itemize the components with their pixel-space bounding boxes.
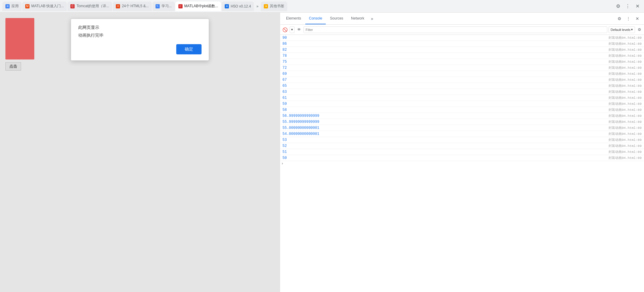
- console-log-value: 72: [282, 66, 287, 70]
- console-log-source[interactable]: 封装动画04.html:89: [609, 90, 642, 94]
- console-log-value: 90: [282, 36, 287, 40]
- devtools-tab-sources[interactable]: Sources: [326, 13, 347, 24]
- devtools-tab-elements[interactable]: Elements: [282, 13, 305, 24]
- console-log-value: 55.99999999999999: [282, 120, 319, 124]
- browser-tab-tomcat[interactable]: CTomcat的使用（详...: [67, 2, 112, 11]
- tab-more-button[interactable]: »: [254, 4, 260, 8]
- console-log-row[interactable]: 78封装动画04.html:89: [280, 53, 644, 59]
- tab-label-matlab2: MATLAB中plot函数...: [184, 4, 218, 9]
- browser-tab-matlab2[interactable]: CMATLAB中plot函数...: [175, 2, 221, 11]
- console-log-row[interactable]: 67封装动画04.html:89: [280, 77, 644, 83]
- console-log-source[interactable]: 封装动画04.html:89: [609, 96, 642, 100]
- tab-label-tomcat: Tomcat的使用（详...: [76, 4, 109, 9]
- browser-viewport: 点击 此网页显示 动画执行完毕 确定: [0, 13, 280, 292]
- console-settings-button[interactable]: ⚙: [636, 26, 643, 33]
- console-levels-arrow: ▾: [631, 28, 633, 32]
- console-log-source[interactable]: 封装动画04.html:89: [609, 65, 642, 70]
- console-log-row[interactable]: 90封装动画04.html:89: [280, 35, 644, 41]
- alert-message: 动画执行完毕: [78, 33, 202, 38]
- console-log-row[interactable]: 55.99999999999999封装动画04.html:89: [280, 119, 644, 125]
- console-log-row[interactable]: 86封装动画04.html:89: [280, 41, 644, 47]
- tab-favicon-bookmark: ★: [264, 4, 268, 8]
- console-log-source[interactable]: 封装动画04.html:89: [609, 120, 642, 124]
- console-filter-input[interactable]: [304, 26, 607, 33]
- alert-ok-button[interactable]: 确定: [176, 44, 202, 54]
- console-log-source[interactable]: 封装动画04.html:89: [609, 59, 642, 64]
- console-log-source[interactable]: 封装动画04.html:89: [609, 126, 642, 130]
- console-log-source[interactable]: 封装动画04.html:89: [609, 108, 642, 112]
- console-context-dropdown[interactable]: ▾: [290, 26, 294, 33]
- browser-tab-matlab1[interactable]: MMATLAB 快速入门...: [22, 2, 67, 11]
- console-log-value: 56.99999999999999: [282, 114, 319, 118]
- console-log-source[interactable]: 封装动画04.html:89: [609, 102, 642, 106]
- console-log-value: 50: [282, 156, 287, 160]
- console-log-source[interactable]: 封装动画04.html:89: [609, 78, 642, 82]
- console-log-source[interactable]: 封装动画04.html:89: [609, 114, 642, 118]
- browser-tab-html5[interactable]: ✦24个 HTML5 &...: [113, 2, 152, 11]
- console-log-source[interactable]: 封装动画04.html:89: [609, 84, 642, 88]
- console-log-source[interactable]: 封装动画04.html:89: [609, 35, 642, 40]
- tab-favicon-matlab2: C: [178, 4, 183, 8]
- console-log-source[interactable]: 封装动画04.html:89: [609, 150, 642, 154]
- tab-label-html5: 24个 HTML5 &...: [122, 4, 149, 9]
- tab-label-matlab1: MATLAB 快速入门...: [31, 4, 64, 9]
- console-log-row[interactable]: 50封装动画04.html:89: [280, 155, 644, 161]
- alert-actions: 确定: [78, 44, 202, 54]
- console-log-row[interactable]: 54.00000000000001封装动画04.html:89: [280, 131, 644, 137]
- console-log-row[interactable]: 56.99999999999999封装动画04.html:89: [280, 113, 644, 119]
- console-toolbar: 🚫 ▾ 👁 Default levels ▾ ⚙: [280, 25, 644, 35]
- console-log-source[interactable]: 封装动画04.html:89: [609, 53, 642, 58]
- console-log-row[interactable]: 75封装动画04.html:89: [280, 59, 644, 65]
- browser-tab-study[interactable]: ✎学习...: [153, 2, 175, 11]
- devtools-settings-icon[interactable]: ⚙: [615, 14, 624, 23]
- console-log-row[interactable]: 72封装动画04.html:89: [280, 65, 644, 71]
- console-levels-dropdown[interactable]: Default levels ▾: [609, 26, 635, 33]
- tab-favicon-tomcat: C: [70, 4, 75, 8]
- console-log-row[interactable]: 58封装动画04.html:89: [280, 107, 644, 113]
- tab-label-h5o: H5O v0.12.4: [231, 4, 251, 8]
- browser-more-btn[interactable]: ⋮: [624, 2, 632, 11]
- console-log-source[interactable]: 封装动画04.html:89: [609, 132, 642, 136]
- console-log-row[interactable]: 61封装动画04.html:89: [280, 95, 644, 101]
- console-log-row[interactable]: 63封装动画04.html:89: [280, 89, 644, 95]
- console-log-area[interactable]: 90封装动画04.html:8986封装动画04.html:8982封装动画04…: [280, 35, 644, 292]
- console-log-source[interactable]: 封装动画04.html:89: [609, 156, 642, 160]
- console-expand-row[interactable]: ›: [280, 161, 644, 166]
- browser-tab-apps[interactable]: ⊞应用: [2, 2, 22, 11]
- console-log-row[interactable]: 65封装动画04.html:89: [280, 83, 644, 89]
- console-log-source[interactable]: 封装动画04.html:89: [609, 71, 642, 76]
- main-area: 点击 此网页显示 动画执行完毕 确定 Elements Console Sour…: [0, 13, 644, 292]
- console-clear-button[interactable]: 🚫: [281, 26, 288, 33]
- console-eye-button[interactable]: 👁: [296, 26, 302, 33]
- console-log-source[interactable]: 封装动画04.html:89: [609, 41, 642, 46]
- console-levels-label: Default levels: [611, 28, 630, 32]
- alert-title: 此网页显示: [78, 25, 202, 30]
- browser-close-btn[interactable]: ✕: [633, 2, 642, 11]
- console-log-value: 59: [282, 102, 287, 106]
- console-log-value: 51: [282, 150, 287, 154]
- console-log-source[interactable]: 封装动画04.html:89: [609, 138, 642, 142]
- console-log-value: 55.00000000000001: [282, 126, 319, 130]
- tab-label-study: 学习...: [162, 4, 172, 9]
- console-log-row[interactable]: 69封装动画04.html:89: [280, 71, 644, 77]
- devtools-tab-more[interactable]: »: [368, 16, 376, 21]
- devtools-tab-network[interactable]: Network: [347, 13, 368, 24]
- console-log-row[interactable]: 51封装动画04.html:89: [280, 149, 644, 155]
- console-log-source[interactable]: 封装动画04.html:89: [609, 47, 642, 52]
- console-log-row[interactable]: 52封装动画04.html:89: [280, 143, 644, 149]
- alert-dialog: 此网页显示 动画执行完毕 确定: [71, 19, 209, 61]
- console-log-value: 75: [282, 60, 287, 64]
- browser-tab-bookmark[interactable]: ★其他书签: [261, 2, 287, 11]
- devtools-tab-console[interactable]: Console: [305, 13, 326, 24]
- console-log-row[interactable]: 53封装动画04.html:89: [280, 137, 644, 143]
- devtools-more-icon[interactable]: ⋮: [624, 14, 633, 23]
- console-log-row[interactable]: 55.00000000000001封装动画04.html:89: [280, 125, 644, 131]
- console-log-row[interactable]: 82封装动画04.html:89: [280, 47, 644, 53]
- devtools-settings-btn[interactable]: ⚙: [614, 2, 622, 11]
- console-log-value: 82: [282, 48, 287, 52]
- browser-tab-h5o[interactable]: ⊕H5O v0.12.4: [222, 2, 254, 11]
- console-log-row[interactable]: 59封装动画04.html:89: [280, 101, 644, 107]
- console-log-value: 53: [282, 138, 287, 142]
- console-log-source[interactable]: 封装动画04.html:89: [609, 144, 642, 148]
- devtools-close-icon[interactable]: ✕: [633, 14, 642, 23]
